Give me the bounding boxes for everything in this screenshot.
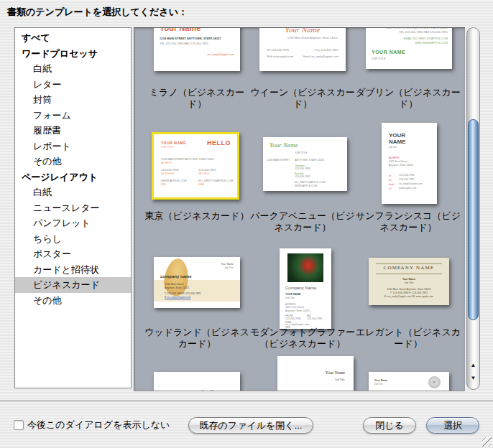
template-thumb-sanfrancisco[interactable]: YOUR NAME job title ADDRESS 4321 First S… bbox=[382, 123, 437, 204]
card-city: Anytown, State 54321 bbox=[165, 286, 189, 289]
card-name: YOUR NAME bbox=[372, 50, 405, 55]
card-phone: 123-456-7890 bbox=[285, 317, 301, 320]
card-web: Web www.apple.com bbox=[267, 55, 293, 58]
card-name: Your Name bbox=[374, 379, 387, 382]
card-company: company name bbox=[160, 274, 192, 279]
sidebar-item-posters[interactable]: ポスター bbox=[15, 246, 131, 262]
card-job: Job Title bbox=[285, 297, 295, 299]
template-thumb-dublin[interactable]: 4321 FIRST STREET ANYTOWN, STATE 54321 T… bbox=[366, 27, 452, 69]
card-name: Your Name bbox=[259, 27, 346, 34]
sidebar-item-resumes[interactable]: 履歴書 bbox=[15, 123, 131, 139]
card-phones: T: 123-456-7890 F: 123-456-7891 bbox=[369, 291, 449, 294]
template-thumb-woodland[interactable]: Your Name Job Title company name 1234 Ma… bbox=[154, 257, 240, 308]
template-thumb-vienna[interactable]: Your Name 1234 Main Street Anytown, Stat… bbox=[259, 27, 346, 71]
sidebar-item-cards-invitations[interactable]: カードと招待状 bbox=[15, 262, 131, 278]
sidebar-item-business-cards[interactable]: ビジネスカード bbox=[15, 277, 131, 293]
card-tel-caption: tel bbox=[389, 174, 391, 177]
template-label-tokyo: 東京（ビジネスカード） bbox=[141, 210, 253, 222]
card-fax: 123-456-7891 bbox=[198, 168, 216, 172]
choose-button[interactable]: 選択 bbox=[426, 417, 479, 434]
template-label-sanfrancisco: サンフランシスコ（ビジネスカード） bbox=[352, 210, 464, 233]
card-web: WEB WWW.APPLE.COM bbox=[415, 41, 448, 45]
card-name: Your Name bbox=[221, 263, 234, 266]
template-thumb-modern-photographer[interactable]: Company Name YOUR NAME Job Title ADDRESS… bbox=[280, 248, 331, 329]
card-name: YOUR NAME bbox=[161, 141, 186, 145]
card-email: no_reply@apple.com bbox=[399, 182, 423, 185]
open-existing-file-button[interactable]: 既存のファイルを開く... bbox=[188, 417, 313, 434]
card-company: COMPANY NAME bbox=[369, 265, 449, 271]
template-thumb-elegant[interactable]: COMPANY NAME Your Name Job Title 1234 Ma… bbox=[369, 258, 449, 305]
template-thumb-partial-1[interactable]: Your Na bbox=[154, 372, 240, 391]
sidebar-item-all[interactable]: すべて bbox=[15, 30, 131, 46]
scroll-down-icon[interactable]: ▼ bbox=[467, 375, 479, 382]
divider bbox=[376, 263, 442, 264]
template-label-woodland: ウッドランド（ビジネスカード） bbox=[141, 327, 253, 350]
sidebar-item-page-layout[interactable]: ページレイアウト bbox=[15, 169, 131, 185]
footer-divider bbox=[0, 401, 493, 402]
template-label-dublin: ダブリン（ビジネスカード） bbox=[352, 87, 464, 110]
template-thumb-partial-2[interactable]: Your Name Job Title bbox=[277, 356, 354, 391]
card-city: ANYTOWN, STATE 54321 bbox=[295, 159, 324, 162]
card-name: Your Name bbox=[160, 27, 201, 32]
card-tel: Tel 123-456-7890 bbox=[267, 48, 289, 52]
template-chooser-dialog: 書類のテンプレートを選択してください： すべて ワードプロセッサ 白紙 レター … bbox=[0, 0, 493, 448]
scroll-up-icon[interactable]: ▲ bbox=[467, 362, 479, 369]
card-fax: 123-456-7891 bbox=[399, 178, 415, 181]
card-email-caption: EMAIL bbox=[198, 183, 205, 186]
sidebar-item-envelopes[interactable]: 封筒 bbox=[15, 92, 131, 108]
card-name: Your Name bbox=[369, 278, 449, 281]
card-email: EMAIL NO_REPLY@APPLE.COM bbox=[404, 37, 448, 40]
dialog-title: 書類のテンプレートを選択してください： bbox=[7, 6, 188, 19]
card-tel: 123-456-7890 bbox=[295, 167, 310, 170]
card-name: Your Name bbox=[325, 370, 345, 375]
card-phones: T 123-456-7890 F 123-456-7891 bbox=[165, 292, 201, 295]
sidebar-item-blank-pl[interactable]: 白紙 bbox=[15, 185, 131, 200]
template-thumb-milano[interactable]: Your Name 1234 MAIN STREET ANYTOWN, STAT… bbox=[154, 27, 240, 71]
window-resize-grip[interactable] bbox=[482, 437, 492, 447]
sidebar-item-letters[interactable]: レター bbox=[15, 77, 131, 93]
card-street: 4321 First Street bbox=[285, 306, 304, 309]
card-address: 1234 MAIN STREET ANYTOWN, STATE 54321 bbox=[160, 37, 221, 40]
divider bbox=[376, 274, 442, 274]
card-job: job title bbox=[389, 146, 397, 149]
card-hello: HELLO bbox=[207, 139, 231, 146]
sidebar-item-blank-wp[interactable]: 白紙 bbox=[15, 61, 131, 77]
scrollbar-thumb[interactable] bbox=[468, 119, 479, 320]
sidebar-item-forms[interactable]: フォーム bbox=[15, 108, 131, 123]
template-thumb-parkavenue[interactable]: Your Name JOB TITLE 1234 MAIN STREET ANY… bbox=[263, 137, 347, 191]
sidebar-item-misc-wp[interactable]: その他 bbox=[15, 154, 131, 169]
template-grid: Your Name 1234 MAIN STREET ANYTOWN, STAT… bbox=[134, 27, 465, 391]
template-label-elegant: エレガント（ビジネスカード） bbox=[352, 327, 464, 350]
card-email-caption: email bbox=[389, 183, 394, 186]
vertical-scrollbar[interactable]: ▲ ▼ bbox=[466, 27, 480, 390]
card-fax: Fax 123-456-7891 bbox=[315, 48, 338, 52]
template-thumb-tokyo-selected[interactable]: YOUR NAME JOB TITLE HELLO 1234 MAIN STRE… bbox=[152, 132, 239, 200]
card-contact: E: no_reply@apple.com W: www.apple.com bbox=[369, 295, 449, 298]
card-web-caption: WEB bbox=[161, 183, 166, 186]
dont-show-again-checkbox[interactable] bbox=[14, 420, 24, 430]
card-tel-caption: TELEPHONE bbox=[161, 172, 174, 175]
sidebar-item-flyers[interactable]: ちらし bbox=[15, 231, 131, 247]
sidebar-item-misc-pl[interactable]: その他 bbox=[15, 293, 131, 309]
card-fax: 123-456-7891 bbox=[295, 175, 310, 178]
close-button[interactable]: 閉じる bbox=[363, 417, 416, 434]
card-job: JOB TITLE bbox=[295, 151, 307, 154]
card-phones: TEL 123-456-7890 FAX 123-456-7891 bbox=[399, 30, 448, 34]
template-thumb-partial-3[interactable]: Your Name Job Title bbox=[369, 372, 449, 391]
card-web: WWW.APPLE.COM bbox=[295, 185, 317, 187]
rosette-ornament bbox=[428, 376, 441, 388]
card-job: Job Title bbox=[374, 383, 382, 386]
template-label-parkavenue: パークアベニュー（ビジネスカード） bbox=[247, 210, 359, 233]
sidebar-item-newsletters[interactable]: ニュースレター bbox=[15, 200, 131, 216]
card-street: 4321 First Street bbox=[389, 160, 407, 163]
card-city: Anytown, State 54321 bbox=[285, 309, 310, 312]
card-fax-caption: fax bbox=[389, 179, 392, 182]
card-address: 1234 Main Street Anytown, State 54321 bbox=[369, 288, 449, 291]
card-tel: 123-456-7890 bbox=[161, 168, 179, 172]
card-email: NO_REPLY@APPLE.COM bbox=[198, 179, 233, 182]
sidebar-item-reports[interactable]: レポート bbox=[15, 139, 131, 154]
card-street: 1234 MAIN STREET bbox=[267, 159, 290, 162]
sidebar-item-brochures[interactable]: パンフレット bbox=[15, 215, 131, 231]
sidebar-item-word-processing[interactable]: ワードプロセッサ bbox=[15, 46, 131, 62]
card-tel: 123-456-7890 bbox=[399, 174, 415, 177]
